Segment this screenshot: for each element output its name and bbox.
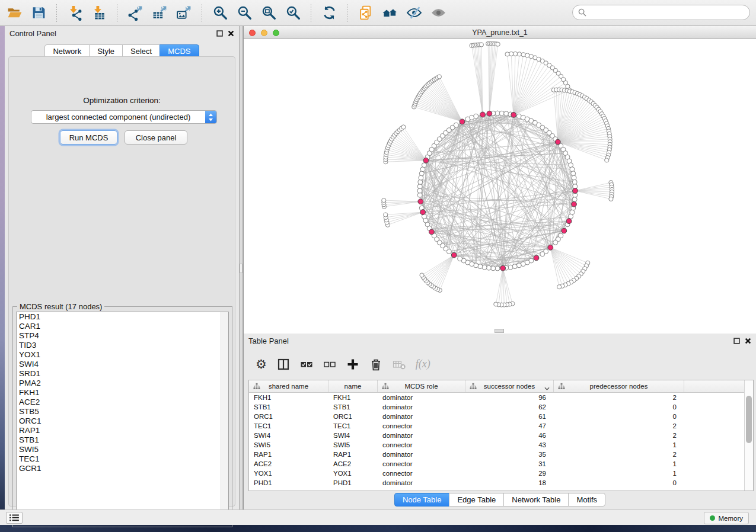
zoom-fit-button[interactable] xyxy=(259,4,278,23)
graph-node[interactable] xyxy=(499,111,504,116)
mcds-hub-node[interactable] xyxy=(572,201,577,207)
column-header-predecessor-nodes[interactable]: predecessor nodes xyxy=(554,380,684,392)
table-row[interactable]: SWI5SWI5connector431 xyxy=(249,440,744,450)
import-network-button[interactable] xyxy=(65,4,84,23)
mcds-result-item[interactable]: SWI4 xyxy=(17,360,228,369)
first-neighbors-button[interactable] xyxy=(380,4,399,23)
table-cell[interactable]: 1 xyxy=(554,470,684,477)
mcds-hub-node[interactable] xyxy=(566,219,572,224)
table-row[interactable]: YOX1YOX1connector291 xyxy=(249,469,744,478)
graph-node[interactable] xyxy=(419,175,423,180)
scrollbar-thumb[interactable] xyxy=(746,396,752,443)
mcds-hub-node[interactable] xyxy=(555,139,560,145)
table-cell[interactable]: RAP1 xyxy=(328,451,378,458)
graph-node[interactable] xyxy=(458,257,462,261)
table-cell[interactable]: 35 xyxy=(465,451,554,458)
table-cell[interactable]: 29 xyxy=(465,470,554,477)
graph-leaf-node[interactable] xyxy=(494,302,498,306)
mcds-result-item[interactable]: STB5 xyxy=(17,407,228,416)
table-row[interactable]: SWI4SWI4dominator462 xyxy=(249,431,744,440)
close-panel-icon[interactable] xyxy=(228,30,234,37)
tab-motifs[interactable]: Motifs xyxy=(568,493,605,507)
graph-leaf-node[interactable] xyxy=(496,42,500,46)
table-cell[interactable]: 62 xyxy=(465,403,554,411)
mcds-hub-node[interactable] xyxy=(480,112,486,117)
export-image-button[interactable] xyxy=(174,4,193,23)
mcds-result-item[interactable]: STB1 xyxy=(17,435,228,445)
mcds-result-item[interactable]: ORC1 xyxy=(17,416,228,426)
trash-button[interactable] xyxy=(369,357,382,372)
hide-selected-button[interactable] xyxy=(404,4,423,23)
graph-node[interactable] xyxy=(474,114,479,118)
network-window-titlebar[interactable]: YPA_prune.txt_1 xyxy=(244,26,756,39)
table-cell[interactable]: 2 xyxy=(554,394,684,401)
table-row[interactable]: PHD1PHD1dominator180 xyxy=(249,478,744,488)
mcds-hub-node[interactable] xyxy=(460,119,465,124)
graph-node[interactable] xyxy=(508,265,513,270)
graph-leaf-node[interactable] xyxy=(437,75,441,79)
mcds-hub-node[interactable] xyxy=(487,111,492,116)
graph-leaf-node[interactable] xyxy=(384,213,388,217)
tab-edge-table[interactable]: Edge Table xyxy=(449,493,504,507)
mcds-result-item[interactable]: PHD1 xyxy=(17,312,228,322)
graph-node[interactable] xyxy=(495,266,500,271)
mcds-hub-node[interactable] xyxy=(420,210,426,215)
table-cell[interactable]: ACE2 xyxy=(328,460,378,467)
graph-node[interactable] xyxy=(482,265,487,270)
mcds-hub-node[interactable] xyxy=(573,188,578,194)
table-cell[interactable]: connector xyxy=(378,441,465,448)
column-header-MCDS-role[interactable]: MCDS role xyxy=(378,380,465,392)
graph-leaf-node[interactable] xyxy=(509,52,513,56)
table-row[interactable]: TEC1TEC1connector472 xyxy=(249,421,744,431)
table-cell[interactable]: FKH1 xyxy=(328,394,378,401)
mcds-hub-node[interactable] xyxy=(423,158,429,163)
graph-leaf-node[interactable] xyxy=(401,125,406,129)
mcds-result-item[interactable]: YOX1 xyxy=(17,350,228,360)
table-row[interactable]: ACE2ACE2connector311 xyxy=(249,459,744,469)
table-cell[interactable]: dominator xyxy=(378,432,465,439)
table-cell[interactable]: SWI5 xyxy=(249,441,328,448)
mcds-result-item[interactable]: ACE2 xyxy=(17,398,228,407)
table-cell[interactable]: SWI5 xyxy=(328,441,378,448)
table-scrollbar[interactable] xyxy=(744,380,753,491)
zoom-in-button[interactable] xyxy=(210,4,229,23)
search-box[interactable] xyxy=(572,5,750,20)
gear-button[interactable]: ⚙ xyxy=(256,357,267,372)
export-table-button[interactable] xyxy=(150,4,169,23)
mcds-hub-node[interactable] xyxy=(548,245,553,250)
graph-node[interactable] xyxy=(491,266,496,271)
table-cell[interactable]: PHD1 xyxy=(328,479,378,486)
table-cell[interactable]: STB1 xyxy=(328,403,378,411)
table-row[interactable]: RAP1RAP1dominator352 xyxy=(249,450,744,459)
mcds-list-scrollbar[interactable] xyxy=(221,312,228,523)
mcds-result-item[interactable]: TEC1 xyxy=(17,454,228,464)
graph-node[interactable] xyxy=(512,264,517,269)
close-panel-icon[interactable] xyxy=(745,338,751,344)
table-row[interactable]: ORC1ORC1dominator610 xyxy=(249,412,744,421)
graph-leaf-node[interactable] xyxy=(557,285,562,289)
import-table-button[interactable] xyxy=(90,4,109,23)
table-cell[interactable]: 2 xyxy=(554,432,684,439)
show-all-button[interactable] xyxy=(429,4,448,23)
open-folder-button[interactable] xyxy=(5,4,24,23)
run-mcds-button[interactable]: Run MCDS xyxy=(60,130,117,145)
add-button[interactable] xyxy=(346,357,359,372)
table-cell[interactable]: 0 xyxy=(554,413,684,420)
memory-button[interactable]: Memory xyxy=(704,512,749,524)
graph-leaf-node[interactable] xyxy=(513,52,518,56)
table-cell[interactable]: SWI4 xyxy=(328,432,378,439)
table-cell[interactable]: connector xyxy=(378,460,465,467)
table-cell[interactable]: ACE2 xyxy=(249,460,328,467)
graph-node[interactable] xyxy=(569,214,573,219)
columns-button[interactable] xyxy=(277,357,290,372)
graph-node[interactable] xyxy=(417,188,422,193)
table-cell[interactable]: 43 xyxy=(465,441,554,448)
graph-node[interactable] xyxy=(454,123,458,127)
column-header-shared-name[interactable]: shared name xyxy=(249,380,328,392)
tab-node-table[interactable]: Node Table xyxy=(394,493,450,507)
table-cell[interactable]: YOX1 xyxy=(249,470,328,477)
graph-node[interactable] xyxy=(572,197,577,202)
float-panel-icon[interactable] xyxy=(733,338,740,344)
table-cell[interactable]: 2 xyxy=(554,451,684,458)
graph-leaf-node[interactable] xyxy=(521,53,525,57)
